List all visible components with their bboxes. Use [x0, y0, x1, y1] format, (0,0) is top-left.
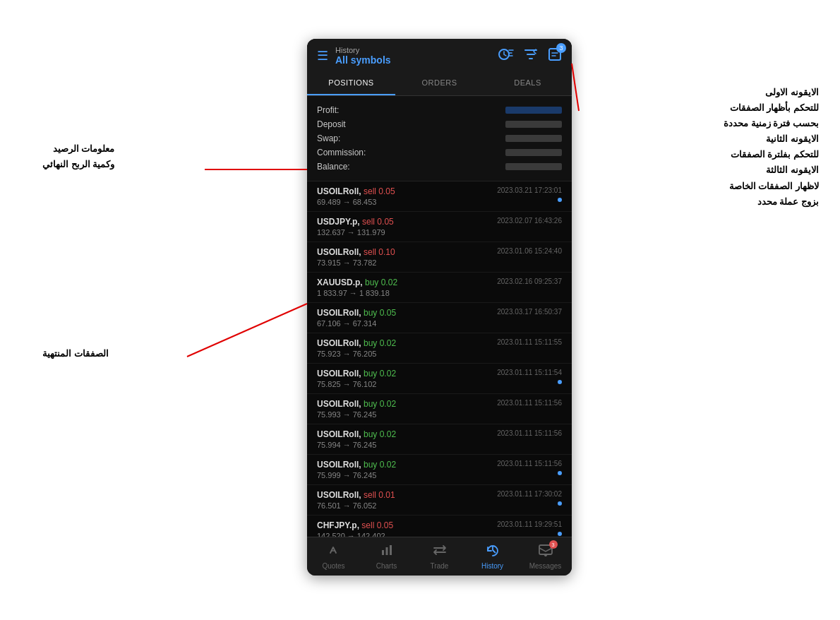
deal-info: USOILRoll, buy 0.02 75.923 → 76.205 [317, 338, 396, 358]
deal-action: sell 0.10 [364, 247, 395, 257]
deal-symbol: USDJPY.p, [317, 217, 360, 227]
deal-title: USOILRoll, buy 0.02 [317, 429, 396, 439]
deal-date: 2023.01.06 15:24:40 [497, 247, 562, 255]
deal-prices: 75.923 → 76.205 [317, 350, 396, 358]
nav-messages[interactable]: 3 Messages [519, 537, 572, 576]
deal-date: 2023.01.11 15:11:54 [497, 369, 562, 376]
filter-icon[interactable] [524, 47, 538, 65]
deal-prices: 75.999 → 76.245 [317, 471, 396, 479]
nav-charts-label: Charts [376, 562, 397, 570]
deal-symbol: USOILRoll, [317, 399, 361, 409]
deal-meta: 2023.03.17 16:50:37 [497, 308, 562, 318]
deal-action: buy 0.02 [364, 399, 396, 409]
deal-symbol: USOILRoll, [317, 308, 361, 318]
nav-quotes-label: Quotes [322, 562, 344, 570]
deal-date: 2023.02.07 16:43:26 [497, 217, 562, 225]
deal-symbol: USOILRoll, [317, 186, 361, 196]
deal-item[interactable]: USOILRoll, buy 0.02 75.994 → 76.245 2023… [307, 424, 572, 455]
deal-item[interactable]: USOILRoll, sell 0.10 73.915 → 73.782 202… [307, 242, 572, 273]
summary-swap-label: Swap: [317, 133, 340, 143]
menu-icon[interactable]: ☰ [317, 48, 328, 64]
annotation-right-line1: للتحكم بأظهار الصفقات [724, 100, 819, 116]
deal-title: USOILRoll, buy 0.02 [317, 460, 396, 470]
deal-date: 2023.03.17 16:50:37 [497, 308, 562, 316]
deal-action: buy 0.02 [364, 429, 396, 439]
symbol-filter-icon[interactable]: 3 [548, 47, 562, 65]
deal-action: buy 0.02 [364, 369, 396, 378]
deal-item[interactable]: USDJPY.p, sell 0.05 132.637 → 131.979 20… [307, 212, 572, 242]
deal-title: USOILRoll, sell 0.01 [317, 490, 395, 500]
nav-quotes[interactable]: Quotes [307, 537, 360, 576]
summary-deposit-label: Deposit [317, 119, 346, 129]
deal-info: USOILRoll, sell 0.05 69.489 → 68.453 [317, 186, 395, 206]
deal-date: 2023.01.11 15:11:56 [497, 429, 562, 437]
deal-title: USOILRoll, sell 0.05 [317, 186, 395, 196]
filter-time-icon[interactable] [498, 47, 514, 65]
deal-date: 2023.01.11 17:30:02 [497, 490, 562, 498]
annotation-left-deals: الصفقات المنتهية [42, 346, 109, 362]
deal-item[interactable]: USOILRoll, sell 0.01 76.501 → 76.052 202… [307, 485, 572, 515]
tab-deals[interactable]: DEALS [484, 71, 572, 95]
charts-icon [380, 543, 394, 561]
phone-screen: ☰ History All symbols [307, 39, 572, 576]
deal-action: sell 0.05 [361, 520, 393, 530]
deal-info: USOILRoll, buy 0.02 75.825 → 76.102 [317, 369, 396, 388]
deal-prices: 1 833.97 → 1 839.18 [317, 289, 397, 297]
deal-meta: 2023.01.11 17:30:02 [497, 490, 562, 506]
icon-badge: 3 [556, 43, 566, 53]
deal-date: 2023.01.11 19:29:51 [497, 520, 562, 528]
deal-item[interactable]: USOILRoll, sell 0.05 69.489 → 68.453 202… [307, 181, 572, 212]
left-annotation-deals: الصفقات المنتهية [42, 346, 109, 362]
header-title-group: History All symbols [335, 46, 391, 66]
nav-trade[interactable]: Trade [413, 537, 466, 576]
deal-meta: 2023.02.16 09:25:37 [497, 278, 562, 287]
trade-icon [432, 543, 448, 561]
deal-symbol: XAUUSD.p, [317, 278, 363, 287]
summary-swap-value [505, 135, 562, 142]
deal-action: buy 0.05 [364, 308, 396, 318]
summary-balance-row: Balance: [317, 160, 562, 174]
deal-info: USDJPY.p, sell 0.05 132.637 → 131.979 [317, 217, 394, 237]
deal-prices: 75.825 → 76.102 [317, 380, 396, 388]
deal-action: buy 0.02 [364, 460, 396, 470]
tab-orders[interactable]: ORDERS [395, 71, 484, 95]
deal-meta: 2023.01.11 15:11:56 [497, 399, 562, 409]
nav-trade-label: Trade [431, 562, 449, 570]
deal-symbol: USOILRoll, [317, 247, 361, 257]
deal-item[interactable]: XAUUSD.p, buy 0.02 1 833.97 → 1 839.18 2… [307, 273, 572, 303]
tab-positions[interactable]: POSITIONS [307, 71, 395, 95]
deal-date: 2023.01.11 15:11:56 [497, 399, 562, 407]
nav-history[interactable]: History [466, 537, 519, 576]
deal-title: USOILRoll, buy 0.02 [317, 399, 396, 409]
deal-meta: 2023.01.11 15:11:54 [497, 369, 562, 384]
deal-prices: 76.501 → 76.052 [317, 501, 395, 510]
deal-info: USOILRoll, buy 0.02 75.999 → 76.245 [317, 460, 396, 479]
deal-title: USOILRoll, buy 0.02 [317, 369, 396, 378]
header-title: All symbols [335, 54, 391, 66]
deal-item[interactable]: USOILRoll, buy 0.02 75.993 → 76.245 2023… [307, 394, 572, 424]
annotation-right-line2: بحسب فترة زمنية محددة [724, 116, 819, 131]
deal-item[interactable]: USOILRoll, buy 0.02 75.999 → 76.245 2023… [307, 455, 572, 485]
header-subtitle: History [335, 46, 391, 54]
deal-meta: 2023.01.11 15:11:56 [497, 429, 562, 439]
deal-action: buy 0.02 [365, 278, 397, 287]
annotation-left-line1: وكمية الربح النهائي [42, 157, 114, 172]
deal-info: USOILRoll, sell 0.01 76.501 → 76.052 [317, 490, 395, 510]
summary-deposit-row: Deposit [317, 117, 562, 131]
deal-title: USOILRoll, buy 0.05 [317, 308, 396, 318]
messages-icon: 3 [538, 543, 553, 561]
annotation-right-line5: بزوج عملة محدد [724, 194, 819, 210]
annotation-right-title2: الايقونه الثانية [724, 131, 819, 147]
deal-info: USOILRoll, sell 0.10 73.915 → 73.782 [317, 247, 395, 267]
deal-date: 2023.03.21 17:23:01 [497, 186, 562, 194]
deal-item[interactable]: USOILRoll, buy 0.02 75.923 → 76.205 2023… [307, 333, 572, 364]
annotation-right-line3: للتحكم بفلترة الصفقات [724, 147, 819, 162]
deal-item[interactable]: USOILRoll, buy 0.05 67.106 → 67.314 2023… [307, 303, 572, 333]
annotation-left-title: معلومات الرصيد [42, 141, 114, 157]
tabs-bar: POSITIONS ORDERS DEALS [307, 71, 572, 96]
nav-charts[interactable]: Charts [360, 537, 413, 576]
deal-item[interactable]: USOILRoll, buy 0.02 75.825 → 76.102 2023… [307, 364, 572, 394]
deal-indicator [558, 198, 562, 202]
deals-list[interactable]: USOILRoll, sell 0.05 69.489 → 68.453 202… [307, 181, 572, 545]
deal-indicator [558, 532, 562, 536]
